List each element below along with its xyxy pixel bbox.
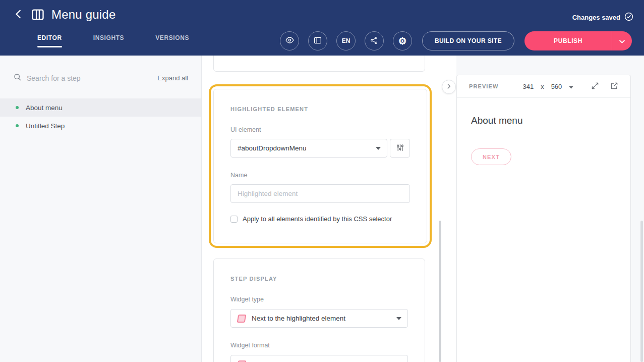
step-list: About menu Untitled Step xyxy=(0,98,201,135)
header-tabs: EDITOR INSIGHTS VERSIONS xyxy=(37,34,189,47)
back-button[interactable] xyxy=(13,9,24,21)
preview-body: About menu NEXT xyxy=(457,98,630,165)
build-on-your-site-button[interactable]: BUILD ON YOUR SITE xyxy=(422,31,514,50)
ui-element-select[interactable]: #aboutDropdownMenu xyxy=(230,139,387,158)
widget-type-value: Next to the highlighted element xyxy=(252,315,345,322)
language-button[interactable]: EN xyxy=(336,31,356,50)
widget-format-select[interactable] xyxy=(230,355,408,362)
page-scrollbar-thumb[interactable] xyxy=(640,221,643,362)
step-item-untitled-step[interactable]: Untitled Step xyxy=(0,117,201,135)
external-link-icon xyxy=(610,82,618,91)
search-icon xyxy=(13,73,22,83)
tab-insights-label: INSIGHTS xyxy=(93,34,124,41)
steps-sidebar: Expand all About menu Untitled Step xyxy=(0,56,202,362)
header-actions: EN ⚙ BUILD ON YOUR SITE PUBLISH xyxy=(280,31,632,50)
caret-down-icon xyxy=(376,147,381,150)
preview-panel: PREVIEW 341 x 560 xyxy=(456,75,631,362)
preview-width-value: 341 xyxy=(522,83,534,90)
preview-step-heading: About menu xyxy=(471,115,616,126)
layout-button[interactable] xyxy=(308,31,327,50)
chevron-right-icon xyxy=(445,83,452,91)
ui-element-row: #aboutDropdownMenu xyxy=(230,139,410,158)
app-root: Menu guide Changes saved EDITOR INSIGHTS… xyxy=(0,0,644,362)
publish-button[interactable]: PUBLISH xyxy=(524,31,612,50)
widget-type-select[interactable]: Next to the highlighted element xyxy=(230,309,408,328)
header-title-group: Menu guide xyxy=(13,8,115,22)
tooltip-widget-icon xyxy=(237,360,247,362)
step-editor-panel: HIGHLIGHTED ELEMENT UI element #aboutDro… xyxy=(202,56,456,362)
editor-scrollbar-thumb[interactable] xyxy=(439,221,441,362)
collapse-preview-button[interactable] xyxy=(442,80,456,94)
open-in-new-tab-button[interactable] xyxy=(610,82,618,91)
chevron-down-icon xyxy=(619,37,625,45)
publish-split-button: PUBLISH xyxy=(524,31,632,50)
preview-header-icons xyxy=(591,82,618,91)
selector-settings-button[interactable] xyxy=(390,139,410,158)
highlighted-element-card: HIGHLIGHTED ELEMENT UI element #aboutDro… xyxy=(213,89,427,243)
sliders-icon xyxy=(396,143,404,153)
tooltip-widget-icon xyxy=(237,315,247,323)
apply-all-row: Apply to all elements identified by this… xyxy=(230,215,410,223)
step-status-dot-icon xyxy=(16,124,19,127)
apply-all-checkbox[interactable] xyxy=(230,216,238,223)
changes-saved-label: Changes saved xyxy=(572,14,620,21)
preview-title: PREVIEW xyxy=(469,83,498,89)
check-circle-icon xyxy=(624,12,633,23)
preview-region: PREVIEW 341 x 560 xyxy=(456,56,644,362)
top-header: Menu guide Changes saved EDITOR INSIGHTS… xyxy=(0,0,644,56)
header-icon-buttons: EN ⚙ xyxy=(280,31,412,50)
widget-format-label: Widget format xyxy=(230,342,408,349)
ui-element-value: #aboutDropdownMenu xyxy=(238,144,307,152)
tab-editor[interactable]: EDITOR xyxy=(37,34,62,47)
eye-icon xyxy=(285,35,295,46)
preview-eye-button[interactable] xyxy=(280,31,299,50)
publish-dropdown-button[interactable] xyxy=(612,31,632,50)
previous-settings-card xyxy=(213,56,425,72)
layout-columns-icon xyxy=(313,36,322,46)
share-button[interactable] xyxy=(365,31,384,50)
gear-icon: ⚙ xyxy=(398,36,406,46)
ui-element-label: UI element xyxy=(230,126,410,133)
preview-size-select[interactable]: 341 x 560 xyxy=(522,83,573,90)
expand-diagonal-icon xyxy=(591,82,599,91)
section-title: HIGHLIGHTED ELEMENT xyxy=(230,106,410,112)
tab-insights[interactable]: INSIGHTS xyxy=(93,34,124,47)
step-item-label: Untitled Step xyxy=(26,122,65,130)
caret-down-icon xyxy=(569,83,573,90)
step-search-row: Expand all xyxy=(13,73,188,83)
tab-editor-label: EDITOR xyxy=(37,34,62,41)
app-logo-icon xyxy=(31,8,45,22)
step-item-about-menu[interactable]: About menu xyxy=(0,98,201,117)
page-title: Menu guide xyxy=(51,8,115,22)
step-display-card: STEP DISPLAY Widget type Next to the hig… xyxy=(213,258,425,362)
preview-fullscreen-button[interactable] xyxy=(591,82,599,91)
highlighted-element-name-input[interactable] xyxy=(230,184,410,203)
language-label: EN xyxy=(342,37,350,44)
step-status-dot-icon xyxy=(16,106,19,109)
section-title: STEP DISPLAY xyxy=(230,276,408,282)
expand-all-button[interactable]: Expand all xyxy=(157,74,188,82)
widget-type-label: Widget type xyxy=(230,296,408,303)
tab-versions-label: VERSIONS xyxy=(155,34,189,41)
settings-button[interactable]: ⚙ xyxy=(393,31,412,50)
preview-height-value: 560 xyxy=(551,83,562,90)
share-icon xyxy=(370,36,379,46)
apply-all-label: Apply to all elements identified by this… xyxy=(243,215,392,223)
preview-header: PREVIEW 341 x 560 xyxy=(457,75,630,98)
preview-size-separator: x xyxy=(541,83,544,90)
step-item-label: About menu xyxy=(26,104,63,112)
chevron-left-icon xyxy=(13,9,24,21)
changes-saved-status: Changes saved xyxy=(572,12,633,23)
highlighted-element-ring: HIGHLIGHTED ELEMENT UI element #aboutDro… xyxy=(209,84,432,248)
preview-next-button[interactable]: NEXT xyxy=(471,148,511,165)
name-label: Name xyxy=(230,172,410,179)
caret-down-icon xyxy=(396,317,401,320)
tab-versions[interactable]: VERSIONS xyxy=(155,34,189,47)
search-input[interactable] xyxy=(27,74,152,82)
active-tab-underline xyxy=(37,46,62,47)
